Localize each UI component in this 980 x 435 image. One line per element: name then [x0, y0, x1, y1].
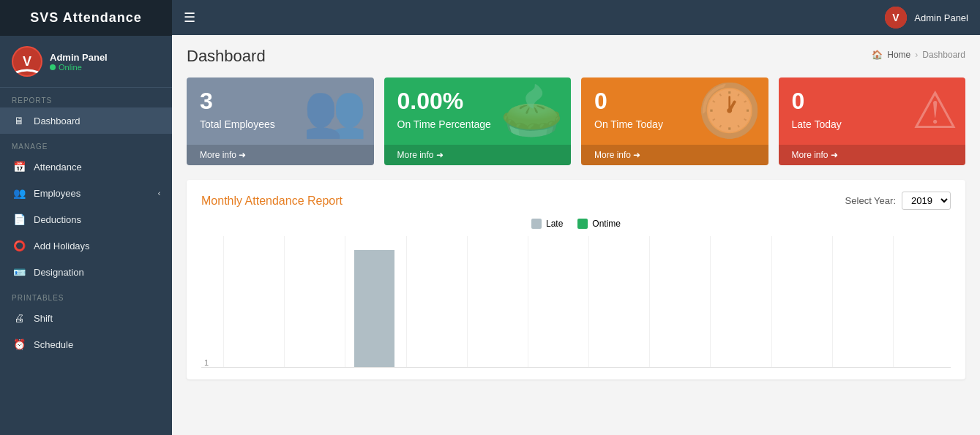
- stat-footer-late-today[interactable]: More info ➜: [779, 145, 966, 165]
- legend-late: Late: [531, 219, 563, 229]
- section-label-manage: MANAGE: [0, 134, 172, 154]
- section-label-reports: REPORTS: [0, 88, 172, 107]
- employees-icon: 👥: [12, 187, 26, 199]
- chart-column-10: [771, 236, 829, 367]
- user-status: Online: [50, 63, 108, 72]
- stat-card-body: 3 Total Employees 👥: [200, 89, 361, 136]
- user-info: Admin Panel Online: [50, 52, 108, 72]
- stat-label-ontime-pct: On Time Percentage: [397, 118, 491, 130]
- chart-column-7: [588, 236, 646, 367]
- breadcrumb-current: Dashboard: [922, 50, 965, 60]
- pct-bg-icon: 🥧: [500, 85, 564, 136]
- chart-legend: Late Ontime: [201, 219, 951, 229]
- stat-footer-ontime-pct[interactable]: More info ➜: [384, 145, 572, 165]
- employees-bg-icon: 👥: [303, 85, 367, 136]
- stat-value-ontime-today: 0: [594, 89, 663, 113]
- avatar: V: [12, 46, 42, 77]
- stat-label-ontime-today: On Time Today: [594, 118, 663, 130]
- chart-column-4: [406, 236, 464, 367]
- shift-icon: 🖨: [12, 312, 26, 324]
- chart-column-12: [893, 236, 951, 367]
- sidebar-item-schedule[interactable]: ⏰ Schedule: [0, 331, 172, 358]
- warning-bg-icon: ⚠: [912, 85, 958, 136]
- chart-column-2: [284, 236, 342, 367]
- sidebar: SVS Attendance V Admin Panel Online REPO…: [0, 0, 172, 435]
- schedule-icon: ⏰: [12, 338, 26, 350]
- year-select[interactable]: 2017201820192020: [902, 192, 951, 210]
- legend-ontime-dot: [577, 219, 588, 229]
- sidebar-item-dashboard[interactable]: 🖥 Dashboard: [0, 107, 172, 134]
- stat-card-ontime-pct: 0.00% On Time Percentage 🥧 More info ➜: [384, 77, 572, 165]
- stat-footer-employees[interactable]: More info ➜: [187, 145, 374, 165]
- chart-section: Monthly Attendance Report Select Year: 2…: [187, 180, 965, 379]
- breadcrumb-icon: 🏠: [872, 50, 883, 60]
- dashboard-icon: 🖥: [12, 115, 26, 126]
- user-name: Admin Panel: [50, 52, 108, 63]
- stat-card-body: 0 Late Today ⚠: [792, 89, 953, 136]
- chart-column-1: [223, 236, 281, 367]
- stat-value-employees: 3: [200, 89, 275, 113]
- chart-header: Monthly Attendance Report Select Year: 2…: [201, 192, 951, 210]
- svg-text:V: V: [23, 54, 31, 69]
- stat-card-total-employees: 3 Total Employees 👥 More info ➜: [187, 77, 374, 165]
- breadcrumb: 🏠 Home › Dashboard: [872, 50, 965, 60]
- sidebar-item-attendance[interactable]: 📅 Attendance: [0, 154, 172, 180]
- stat-label-employees: Total Employees: [200, 118, 275, 130]
- clock-bg-icon: 🕐: [697, 85, 761, 136]
- chart-title: Monthly Attendance Report: [201, 194, 343, 208]
- sidebar-user: V Admin Panel Online: [0, 36, 172, 88]
- y-axis-label: 1: [204, 358, 209, 367]
- topbar: ☰ V Admin Panel: [172, 0, 980, 35]
- stat-value-late-today: 0: [792, 89, 842, 113]
- legend-late-dot: [531, 219, 542, 229]
- chart-columns: [223, 236, 951, 367]
- bar-late-3: [354, 250, 394, 367]
- deductions-icon: 📄: [12, 213, 26, 225]
- legend-ontime-label: Ontime: [592, 219, 621, 229]
- topbar-admin-label: Admin Panel: [914, 12, 968, 23]
- stat-value-ontime-pct: 0.00%: [397, 89, 491, 113]
- chart-column-9: [710, 236, 768, 367]
- section-label-printables: PRINTABLES: [0, 285, 172, 305]
- topbar-left: ☰: [184, 10, 195, 26]
- attendance-icon: 📅: [12, 161, 26, 173]
- chart-column-11: [832, 236, 890, 367]
- topbar-right: V Admin Panel: [885, 7, 968, 29]
- online-indicator: [50, 64, 56, 70]
- stat-card-ontime-today: 0 On Time Today 🕐 More info ➜: [581, 77, 768, 165]
- sidebar-item-designation[interactable]: 🪪 Designation: [0, 259, 172, 285]
- breadcrumb-separator: ›: [915, 50, 918, 60]
- legend-ontime: Ontime: [577, 219, 621, 229]
- stat-cards: 3 Total Employees 👥 More info ➜ 0.00% On…: [187, 77, 965, 165]
- sidebar-item-deductions[interactable]: 📄 Deductions: [0, 206, 172, 232]
- chevron-icon: ‹: [158, 189, 160, 197]
- stat-footer-ontime-today[interactable]: More info ➜: [581, 145, 768, 165]
- chart-column-5: [467, 236, 525, 367]
- chart-column-8: [649, 236, 707, 367]
- chart-column-6: [528, 236, 586, 367]
- stat-card-late-today: 0 Late Today ⚠ More info ➜: [779, 77, 966, 165]
- topbar-avatar: V: [885, 7, 907, 29]
- bar-chart: 1: [201, 236, 951, 368]
- page-title: Dashboard: [187, 47, 266, 66]
- content-area: Dashboard 🏠 Home › Dashboard 3 Total Emp…: [172, 35, 980, 435]
- page-header: Dashboard 🏠 Home › Dashboard: [187, 47, 965, 66]
- stat-card-body: 0.00% On Time Percentage 🥧: [397, 89, 558, 136]
- designation-icon: 🪪: [12, 266, 26, 278]
- hamburger-button[interactable]: ☰: [184, 10, 195, 26]
- stat-label-late-today: Late Today: [792, 118, 842, 130]
- select-year-label: Select Year:: [845, 195, 896, 206]
- add-holidays-icon: ⭕: [12, 240, 26, 251]
- sidebar-item-add-holidays[interactable]: ⭕ Add Holidays: [0, 232, 172, 259]
- sidebar-item-employees[interactable]: 👥 Employees ‹: [0, 180, 172, 206]
- sidebar-item-shift[interactable]: 🖨 Shift: [0, 305, 172, 331]
- chart-controls: Select Year: 2017201820192020: [845, 192, 951, 210]
- svg-text:V: V: [893, 12, 900, 23]
- breadcrumb-home[interactable]: Home: [887, 50, 910, 60]
- app-title: SVS Attendance: [0, 0, 172, 36]
- stat-card-body: 0 On Time Today 🕐: [594, 89, 755, 136]
- legend-late-label: Late: [546, 219, 563, 229]
- main-area: ☰ V Admin Panel Dashboard 🏠 Home › Dashb…: [172, 0, 980, 435]
- chart-column-3: [345, 236, 403, 367]
